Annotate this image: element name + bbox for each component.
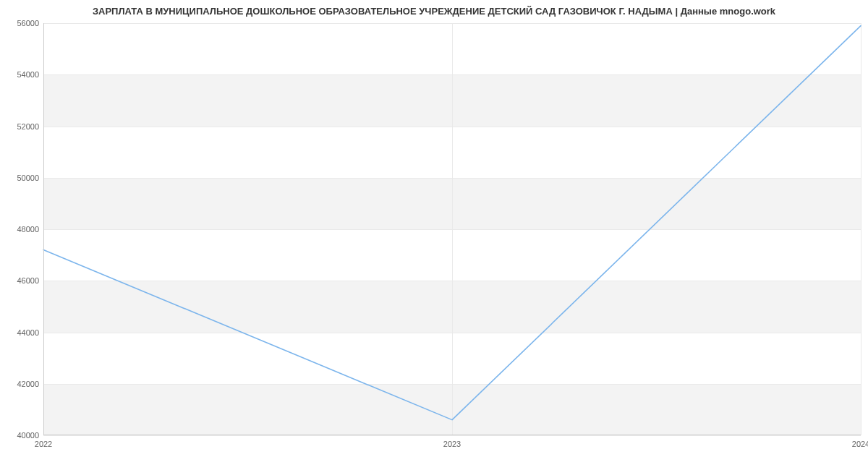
x-tick-label: 2023 <box>443 440 461 448</box>
y-tick-label: 46000 <box>3 276 39 285</box>
chart-container: ЗАРПЛАТА В МУНИЦИПАЛЬНОЕ ДОШКОЛЬНОЕ ОБРА… <box>0 0 868 470</box>
series-layer <box>43 23 861 435</box>
y-tick-label: 40000 <box>3 431 39 440</box>
series-line <box>43 26 861 420</box>
y-axis-line <box>43 23 44 435</box>
x-tick-label: 2022 <box>35 440 52 448</box>
plot-area <box>43 23 861 435</box>
y-tick-label: 48000 <box>3 225 39 234</box>
x-tick-label: 2024 <box>852 440 868 448</box>
v-gridline <box>861 23 861 435</box>
y-tick-label: 56000 <box>3 19 39 27</box>
y-tick-label: 52000 <box>3 122 39 131</box>
x-axis-line <box>43 435 861 435</box>
y-tick-label: 42000 <box>3 380 39 388</box>
y-tick-label: 54000 <box>3 70 39 79</box>
h-gridline <box>43 435 861 436</box>
chart-title: ЗАРПЛАТА В МУНИЦИПАЛЬНОЕ ДОШКОЛЬНОЕ ОБРА… <box>0 6 868 17</box>
y-tick-label: 44000 <box>3 328 39 337</box>
y-tick-label: 50000 <box>3 174 39 182</box>
